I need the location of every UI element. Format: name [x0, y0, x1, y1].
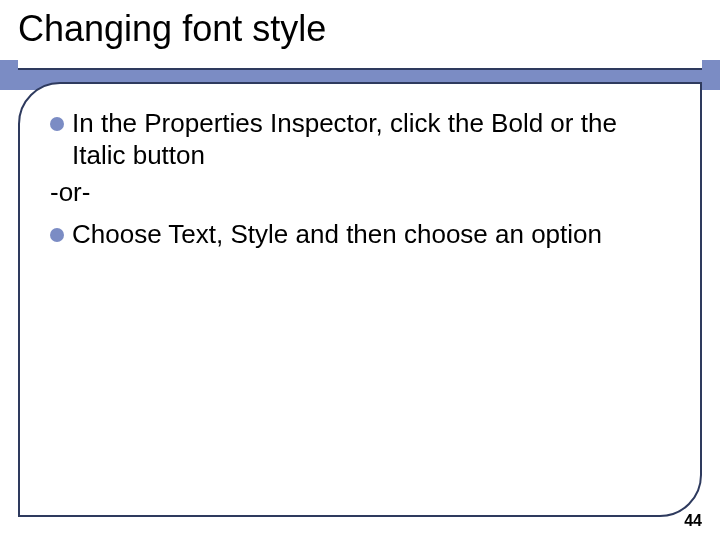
separator-text: -or-: [50, 177, 670, 209]
slide: Changing font style In the Properties In…: [0, 0, 720, 540]
bullet-item: Choose Text, Style and then choose an op…: [50, 219, 670, 251]
title-rule-dark: [18, 68, 702, 70]
content-card: In the Properties Inspector, click the B…: [18, 82, 702, 517]
title-rule-white: [18, 60, 702, 68]
bullet-item: In the Properties Inspector, click the B…: [50, 108, 670, 171]
bullet-text: Choose Text, Style and then choose an op…: [72, 219, 670, 251]
bullet-icon: [50, 228, 64, 242]
bullet-text: In the Properties Inspector, click the B…: [72, 108, 670, 171]
slide-title: Changing font style: [18, 8, 720, 50]
bullet-icon: [50, 117, 64, 131]
page-number: 44: [684, 512, 702, 530]
